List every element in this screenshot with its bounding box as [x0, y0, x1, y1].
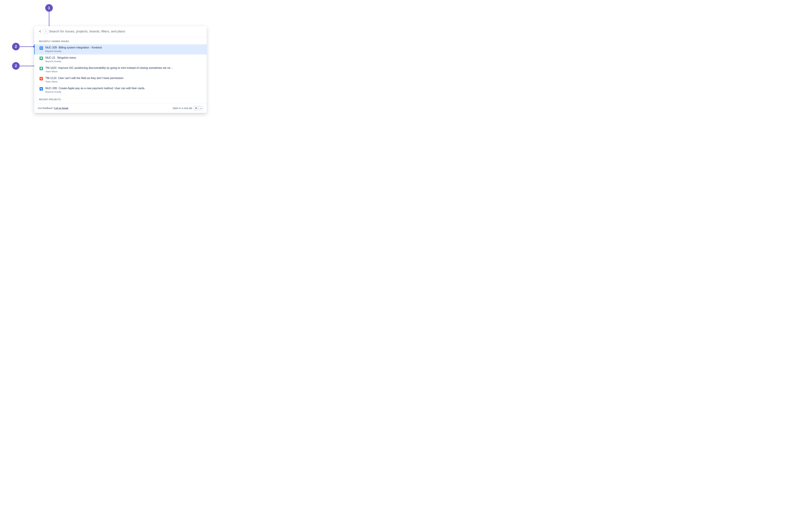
annotation-1: 1 — [45, 4, 53, 29]
issue-summary: Create Apple pay as a new payment method… — [59, 87, 145, 90]
annotation-3: 2 — [12, 62, 36, 70]
back-button[interactable] — [38, 30, 42, 33]
issues-list: NUC-339Billing system integration - fron… — [34, 44, 207, 95]
issue-key: TM-1110 — [46, 77, 56, 80]
issue-project: Beyond Gravity — [46, 91, 202, 93]
issue-project: Beyond Gravity — [46, 50, 202, 52]
issue-project: Beyond Gravity — [46, 60, 202, 62]
open-new-tab-hint: Open in a new tab ⌘ ↩ — [173, 106, 203, 110]
recent-projects-header: RECENT PROJECTS — [34, 95, 207, 103]
chevron-left-icon — [39, 30, 41, 33]
svg-rect-0 — [40, 47, 42, 49]
issue-summary: Improve GIC positioning discoverability … — [58, 67, 173, 70]
issue-summary: Billing system integration - frontend — [59, 46, 102, 49]
issue-text: NUC-339Billing system integration - fron… — [46, 46, 202, 52]
issue-row[interactable]: NUC-339Create Apple pay as a new payment… — [34, 85, 207, 95]
panel-footer: Got feedback? Let us know Open in a new … — [34, 103, 207, 113]
issue-text: NUC-21Slingshot menuBeyond Gravity — [46, 56, 202, 62]
annotation-badge: 2 — [12, 62, 20, 70]
issue-text: NUC-339Create Apple pay as a new payment… — [46, 87, 202, 93]
story-issue-type-icon — [39, 67, 43, 70]
feedback-link[interactable]: Let us know — [54, 107, 68, 110]
annotation-badge: 1 — [45, 4, 53, 12]
issue-text: TM-1110User can’t edit the field as they… — [46, 77, 202, 83]
issue-text: TM-1423Improve GIC positioning discovera… — [46, 67, 202, 73]
bug-issue-type-icon — [39, 77, 43, 80]
cmd-key: ⌘ — [194, 106, 198, 110]
open-new-tab-label: Open in a new tab — [173, 107, 192, 110]
issue-row[interactable]: TM-1423Improve GIC positioning discovera… — [34, 65, 207, 75]
task-issue-type-icon — [39, 47, 43, 50]
annotation-line — [20, 47, 33, 47]
feedback-prompt: Got feedback? Let us know — [38, 107, 68, 110]
issue-project: Team Moon — [46, 70, 202, 73]
feedback-question: Got feedback? — [38, 107, 54, 110]
issue-key: NUC-339 — [46, 46, 57, 49]
annotation-line — [20, 66, 34, 66]
search-panel: / RECENTLY VIEWED ISSUES NUC-339Billing … — [34, 26, 207, 113]
issue-key: NUC-339 — [46, 87, 57, 90]
issue-summary: User can’t edit the field as they don’t … — [58, 77, 124, 80]
search-header: / — [34, 26, 207, 37]
story-issue-type-icon — [39, 57, 43, 60]
issue-summary: Slingshot menu — [57, 56, 76, 59]
annotation-badge: 2 — [12, 43, 20, 50]
key-combo: ⌘ ↩ — [194, 106, 203, 110]
slash-shortcut-key: / — [43, 29, 48, 34]
issue-key: TM-1423 — [46, 67, 56, 70]
epic-issue-type-icon — [39, 87, 43, 91]
enter-key: ↩ — [199, 106, 203, 110]
issue-key: NUC-21 — [46, 56, 55, 59]
annotation-line — [49, 12, 49, 27]
recent-issues-header: RECENTLY VIEWED ISSUES — [34, 37, 207, 44]
issue-row[interactable]: NUC-339Billing system integration - fron… — [34, 44, 207, 55]
issue-row[interactable]: NUC-21Slingshot menuBeyond Gravity — [34, 55, 207, 65]
search-input[interactable] — [49, 30, 203, 33]
annotation-2: 2 — [12, 43, 35, 50]
issue-row[interactable]: TM-1110User can’t edit the field as they… — [34, 75, 207, 85]
svg-point-1 — [41, 78, 42, 79]
issue-project: Team Moon — [46, 80, 202, 83]
